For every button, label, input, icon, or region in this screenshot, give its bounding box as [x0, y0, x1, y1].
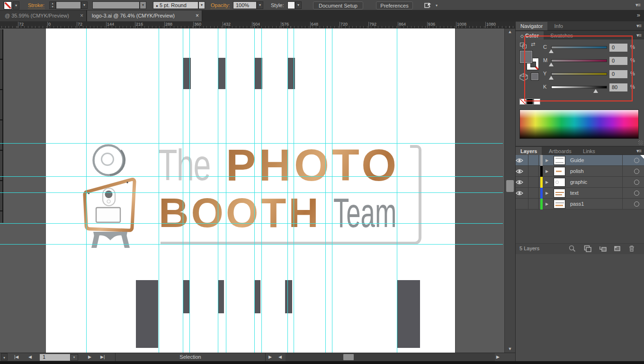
guide-horizontal [0, 143, 503, 144]
collapse-panels-icon[interactable]: » [637, 11, 640, 18]
visibility-toggle[interactable] [516, 166, 528, 177]
delete-layer-icon[interactable] [628, 245, 635, 252]
logo-word-the: The [158, 143, 210, 187]
fill-none-swatch[interactable] [4, 1, 12, 9]
panel-resize-grip[interactable] [638, 140, 643, 145]
layer-target-circle[interactable] [634, 180, 639, 185]
ruler-tick-label: 216 [136, 22, 143, 27]
new-layer-icon[interactable] [614, 245, 621, 252]
visibility-toggle[interactable] [516, 188, 528, 199]
artboard-number-field[interactable]: 1 [40, 354, 70, 361]
variable-width-dropdown-icon[interactable]: ▾ [140, 1, 146, 9]
artboard-dropdown-icon[interactable]: ▾ [70, 354, 78, 361]
document-tab-bar: @ 35.99% (CMYK/Preview) × logo-3.ai @ 76… [0, 10, 644, 21]
layer-row-guide[interactable]: ▶ Guide [516, 155, 644, 166]
layer-target-circle[interactable] [634, 169, 639, 174]
variable-width-profile-field[interactable] [92, 1, 140, 9]
navigator-header: Navigator Info ▾≡ [516, 21, 644, 30]
lock-toggle-cell[interactable] [528, 166, 539, 177]
vertical-scrollbar[interactable]: ▲ ▼ [504, 28, 515, 353]
layer-color-bar [540, 199, 543, 209]
first-artboard-icon[interactable]: |◀ [14, 353, 18, 361]
stepper-up-icon[interactable]: ▴ [52, 2, 53, 5]
control-bar-menu-icon[interactable]: ▾≡ [635, 2, 640, 9]
new-sublayer-icon[interactable] [599, 245, 607, 252]
document-tab-1[interactable]: @ 35.99% (CMYK/Preview) × [0, 10, 87, 21]
color-spectrum-bar[interactable] [519, 109, 639, 139]
opacity-label[interactable]: Opacity: [211, 1, 230, 9]
stepper-down-icon[interactable]: ▾ [52, 5, 53, 8]
document-setup-button[interactable]: Document Setup [313, 1, 363, 9]
status-expand-icon[interactable]: ▶ [268, 353, 272, 361]
next-artboard-icon[interactable]: ▶ [88, 353, 91, 361]
select-similar-dropdown-icon[interactable]: ▾ [436, 3, 438, 11]
layer-row-text[interactable]: ▶ text [516, 188, 644, 199]
select-similar-icon[interactable] [424, 2, 432, 9]
tab-info[interactable]: Info [550, 22, 568, 31]
expand-arrow-icon[interactable]: ▶ [546, 169, 548, 173]
horizontal-scrollbar[interactable] [286, 353, 495, 362]
lock-toggle-cell[interactable] [528, 199, 539, 209]
brush-definition-field[interactable]: ● 5 pt. Round [153, 1, 198, 9]
layer-row-graphic[interactable]: ▶ graphic [516, 177, 644, 188]
scroll-up-icon[interactable]: ▲ [505, 28, 515, 36]
layer-thumbnail[interactable] [554, 178, 565, 187]
visibility-toggle[interactable] [516, 155, 528, 166]
visibility-toggle[interactable] [516, 199, 528, 209]
last-artboard-icon[interactable]: ▶| [100, 353, 105, 361]
close-tab-icon[interactable]: × [196, 10, 199, 21]
close-tab-icon[interactable]: × [80, 10, 83, 21]
layer-target-circle[interactable] [634, 158, 639, 163]
expand-arrow-icon[interactable]: ▶ [546, 191, 548, 195]
status-dropdown-icon[interactable]: ▾ [1, 353, 8, 361]
preferences-button[interactable]: Preferences [376, 1, 413, 9]
color-panel-menu-icon[interactable]: ▾≡ [636, 32, 641, 38]
canvas-area[interactable]: The PHOTO BOOTH Team ▲ ▼ [0, 28, 515, 353]
locate-object-icon[interactable] [569, 245, 576, 252]
visibility-toggle[interactable] [516, 177, 528, 188]
style-dropdown-icon[interactable]: ▾ [295, 1, 302, 9]
stroke-label[interactable]: Stroke: [28, 1, 45, 9]
layer-row-pass1[interactable]: ▶ pass1 [516, 199, 644, 209]
ruler-tick-label: 504 [253, 22, 260, 27]
clipping-mask-icon[interactable] [584, 245, 591, 252]
stroke-width-field[interactable] [56, 1, 81, 9]
scroll-left-icon[interactable]: ◀ [278, 353, 282, 361]
ruler-tick-label: 72 [78, 22, 82, 27]
layer-thumbnail[interactable] [554, 189, 565, 198]
status-indicator[interactable]: Selection [115, 353, 266, 362]
style-swatch[interactable] [287, 1, 295, 9]
brush-dropdown-icon[interactable]: ▾ [198, 1, 205, 9]
navigator-menu-icon[interactable]: ▾≡ [636, 23, 641, 29]
horizontal-ruler[interactable]: 7207214421628836043250457664872079286493… [0, 21, 515, 28]
horizontal-scroll-thumb[interactable] [343, 354, 354, 360]
fill-dropdown-icon[interactable]: ▾ [13, 1, 19, 9]
navigator-proxy-view-rect[interactable] [524, 36, 633, 101]
stroke-stepper[interactable]: ▴▾ [49, 1, 56, 9]
layer-thumbnail[interactable] [554, 200, 565, 209]
expand-arrow-icon[interactable]: ▶ [546, 202, 548, 206]
lock-toggle-cell[interactable] [528, 188, 539, 199]
layer-target-circle[interactable] [634, 201, 639, 207]
lock-toggle-cell[interactable] [528, 155, 539, 166]
opacity-field[interactable]: 100% [233, 1, 257, 9]
prev-artboard-icon[interactable]: ◀ [28, 353, 32, 361]
lock-toggle-cell[interactable] [528, 177, 539, 188]
layer-thumbnail[interactable] [554, 167, 565, 176]
scroll-down-icon[interactable]: ▼ [505, 346, 515, 353]
layer-target-circle[interactable] [634, 191, 639, 196]
expand-arrow-icon[interactable]: ▶ [546, 158, 548, 163]
collapse-diamond-icon[interactable]: ◇ [520, 34, 524, 38]
stroke-width-dropdown-icon[interactable]: ▾ [81, 1, 88, 9]
tab-navigator[interactable]: Navigator [516, 22, 547, 31]
scroll-right-icon[interactable]: ▶ [496, 353, 500, 361]
expand-arrow-icon[interactable]: ▶ [546, 180, 548, 184]
layer-thumbnail[interactable] [554, 156, 565, 165]
ruler-tick-label: 648 [311, 22, 318, 27]
layers-panel-menu-icon[interactable]: ▾≡ [636, 148, 641, 154]
vertical-scroll-thumb[interactable] [506, 180, 514, 192]
opacity-dropdown-icon[interactable]: ▾ [257, 1, 263, 9]
layer-row-polish[interactable]: ▶ polish [516, 166, 644, 177]
layer-count: 5 Layers [519, 246, 539, 251]
document-tab-2[interactable]: logo-3.ai @ 76.4% (CMYK/Preview) × [87, 10, 202, 21]
